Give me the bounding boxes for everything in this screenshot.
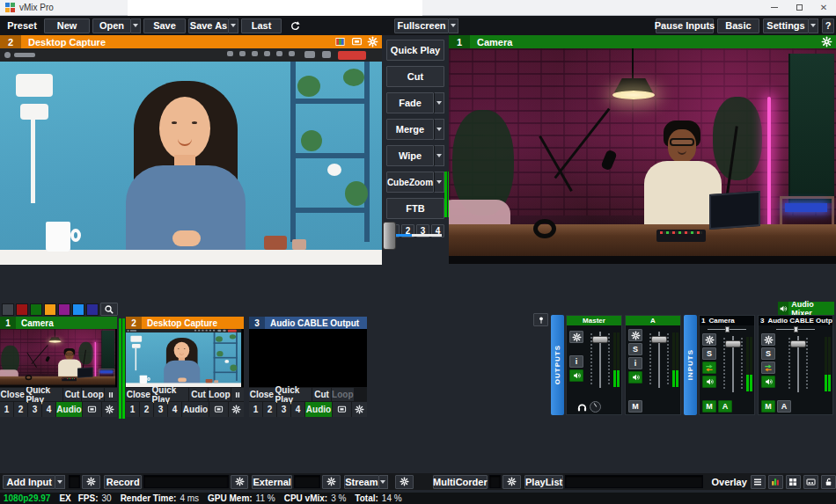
mixer-input-1-solo-button[interactable]: S [702, 347, 716, 360]
mixer-input-1-mute-button[interactable] [702, 376, 716, 388]
input-3-audio-button[interactable]: Audio [305, 402, 332, 417]
input-3-header[interactable]: 3 Audio CABLE Output [249, 317, 367, 329]
audio-levels-button[interactable] [768, 475, 783, 489]
transition-quick-play-button[interactable]: Quick Play [386, 40, 444, 61]
fader-thumb[interactable] [725, 340, 741, 347]
preset-button[interactable]: Preset [0, 18, 44, 33]
input-3-bus-2[interactable]: 2 [263, 402, 276, 417]
input-3-loop-button[interactable]: Loop [332, 388, 354, 401]
external-button[interactable]: External [252, 475, 291, 489]
titles-button[interactable] [803, 475, 818, 489]
input-2-settings-button[interactable] [229, 402, 244, 417]
input-3-settings-button[interactable] [352, 402, 367, 417]
mixer-master-info-button[interactable]: i [569, 355, 583, 368]
add-input-dropdown[interactable] [55, 475, 64, 489]
mixer-bus-a-fader[interactable] [649, 332, 669, 388]
category-swatch-purple[interactable] [58, 303, 70, 316]
mixer-master-fader[interactable] [590, 332, 610, 388]
category-swatch-green[interactable] [30, 303, 42, 316]
mixer-pin-button[interactable] [533, 313, 548, 326]
mixer-input-3-settings-button[interactable] [761, 333, 775, 346]
input-2-thumbnail[interactable] [126, 329, 244, 387]
transition-cubezoom-dropdown[interactable] [434, 172, 444, 193]
fader-thumb[interactable] [592, 336, 608, 343]
mixer-input-3-route-button[interactable] [761, 362, 775, 374]
multicorder-settings-button[interactable] [502, 475, 521, 489]
maximize-button[interactable] [787, 0, 811, 16]
mixer-input-1-a-button[interactable]: A [718, 400, 732, 413]
input-1-audio-button[interactable]: Audio [56, 402, 82, 417]
mixer-input-3-a-button[interactable]: A [777, 400, 791, 413]
input-1-bus-1[interactable]: 1 [0, 402, 13, 417]
fullscreen-dropdown[interactable] [449, 18, 458, 33]
mixer-input-3-mute-button[interactable] [761, 376, 775, 388]
overlay-button[interactable]: Overlay [712, 475, 747, 489]
mixer-input-1-fader[interactable] [723, 336, 743, 392]
input-1-thumbnail[interactable] [0, 329, 117, 387]
transition-ftb-button[interactable]: FTB [386, 198, 444, 219]
category-swatch-indigo[interactable] [86, 303, 99, 316]
input-3-close-button[interactable]: Close [249, 388, 275, 401]
input-2-bus-3[interactable]: 3 [154, 402, 167, 417]
monitor-icon[interactable] [350, 36, 363, 47]
headphones-icon[interactable] [576, 401, 588, 413]
mixer-input-3-fader[interactable] [788, 336, 808, 392]
fullscreen-button[interactable]: Fullscreen [394, 18, 449, 33]
input-3-bus-3[interactable]: 3 [277, 402, 290, 417]
input-2-bus-2[interactable]: 2 [140, 402, 153, 417]
preview-video[interactable] [0, 48, 382, 265]
mixer-bus-a-mute-button[interactable] [628, 371, 642, 383]
fader-thumb[interactable] [651, 336, 667, 343]
input-3-thumbnail[interactable] [249, 329, 367, 387]
settings-dropdown[interactable] [809, 18, 818, 33]
input-2-header[interactable]: 2 Desktop Capture [126, 317, 244, 329]
input-1-pause-button[interactable] [105, 388, 117, 401]
category-swatch-orange[interactable] [44, 303, 56, 316]
save-button[interactable]: Save [143, 18, 186, 33]
external-settings-button[interactable] [322, 475, 341, 489]
mixer-input-3-pan[interactable] [759, 325, 832, 333]
input-2-cut-button[interactable]: Cut [189, 388, 208, 401]
add-input-settings-button[interactable] [82, 475, 100, 489]
input-1-bus-4[interactable]: 4 [42, 402, 55, 417]
transition-wipe-button[interactable]: Wipe [386, 145, 434, 166]
mixer-master-mute-button[interactable] [569, 369, 583, 382]
record-settings-button[interactable] [231, 475, 249, 489]
input-3-bus-1[interactable]: 1 [249, 402, 262, 417]
input-1-quick-play-button[interactable]: Quick Play [26, 388, 62, 401]
transition-wipe-dropdown[interactable] [434, 145, 444, 166]
multicorder-button[interactable]: MultiCorder [433, 475, 488, 489]
gear-icon[interactable] [821, 36, 832, 47]
transition-merge-dropdown[interactable] [434, 119, 444, 140]
fader-thumb[interactable] [790, 340, 806, 347]
stream-button[interactable]: Stream [344, 475, 379, 489]
multiview-button[interactable] [786, 475, 801, 489]
program-video[interactable] [449, 48, 836, 264]
open-button[interactable]: Open [92, 18, 131, 33]
transition-merge-button[interactable]: Merge [386, 119, 434, 140]
colorbars-icon[interactable] [334, 36, 347, 47]
headphone-volume-knob[interactable] [590, 401, 601, 413]
open-dropdown[interactable] [131, 18, 141, 33]
stream-settings-button[interactable] [395, 475, 414, 489]
input-2-audio-button[interactable]: Audio [182, 402, 209, 417]
basic-button[interactable]: Basic [717, 18, 759, 33]
transition-tbar-handle[interactable] [383, 222, 396, 250]
list-view-button[interactable] [751, 475, 766, 489]
playlist-button[interactable]: PlayList [524, 475, 563, 489]
mixer-master-settings-button[interactable] [569, 331, 583, 343]
input-1-close-button[interactable]: Close [0, 388, 25, 401]
input-1-bus-2[interactable]: 2 [14, 402, 27, 417]
input-1-loop-button[interactable]: Loop [82, 388, 104, 401]
mixer-input-3-m-button[interactable]: M [761, 400, 775, 413]
help-button[interactable]: ? [822, 18, 834, 33]
mixer-bus-a-settings-button[interactable] [628, 329, 642, 341]
stream-dropdown[interactable] [379, 475, 388, 489]
minimize-button[interactable] [762, 0, 787, 16]
input-1-bus-3[interactable]: 3 [28, 402, 41, 417]
search-button[interactable] [100, 303, 118, 316]
transition-fade-dropdown[interactable] [434, 92, 444, 113]
input-1-settings-button[interactable] [102, 402, 117, 417]
new-button[interactable]: New [44, 18, 90, 33]
lock-button[interactable] [821, 475, 836, 489]
